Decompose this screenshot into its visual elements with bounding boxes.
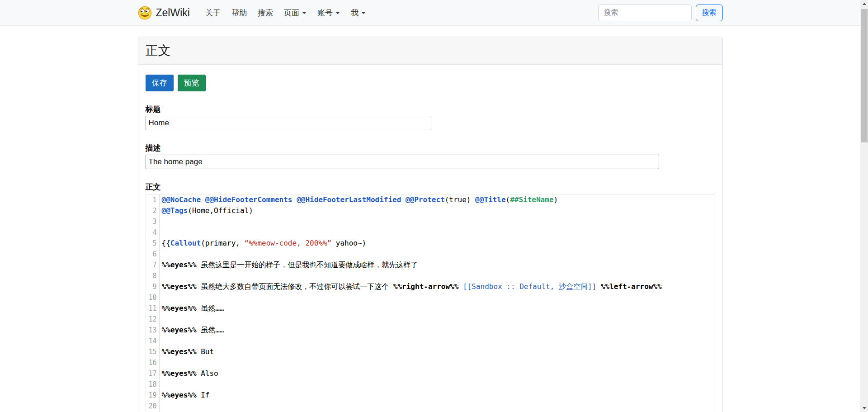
editor-line-content [160, 357, 162, 368]
editor-line-content [160, 249, 162, 260]
editor-line-number: 2 [146, 205, 160, 216]
editor-line-content: %%eyes%% 虽然绝大多数自带页面无法修改，不过你可以尝试一下这个 %%ri… [160, 281, 662, 292]
editor-line[interactable]: 18 [146, 379, 715, 390]
top-navbar: ZelWiki 关于 帮助 搜索 页面 账号 我 搜索 [0, 0, 860, 26]
editor-line[interactable]: 1@@NoCache @@HideFooterComments @@HideFo… [146, 194, 715, 205]
search-input[interactable] [598, 5, 692, 21]
editor-line-number: 8 [146, 270, 160, 281]
editor-line-content: %%eyes%% If [160, 390, 210, 401]
nav-dropdown-me[interactable]: 我 [345, 4, 371, 22]
editor-line-number: 19 [146, 390, 160, 401]
editor-line[interactable]: 10 [146, 292, 715, 303]
editor-line-number: 18 [146, 379, 160, 390]
nav-item-help[interactable]: 帮助 [226, 4, 252, 22]
preview-button[interactable]: 预览 [178, 75, 206, 91]
editor-line-number: 1 [146, 194, 160, 205]
editor-line-content: {{Callout(primary, “%%meow-code, 200%%” … [160, 238, 367, 249]
editor-line-number: 13 [146, 325, 160, 336]
editor-line[interactable]: 5{{Callout(primary, “%%meow-code, 200%%”… [146, 238, 715, 249]
editor-line[interactable]: 7%%eyes%% 虽然这里是一开始的样子，但是我也不知道要做成啥样，就先这样了 [146, 260, 715, 270]
editor-line-number: 5 [146, 238, 160, 249]
search-button[interactable]: 搜索 [696, 5, 723, 21]
editor-line[interactable]: 4 [146, 227, 715, 238]
editor-line[interactable]: 19%%eyes%% If [146, 390, 715, 401]
editor-line-number: 6 [146, 249, 160, 260]
title-field-label: 标题 [146, 104, 715, 114]
editor-line-content: %%eyes%% 虽然这里是一开始的样子，但是我也不知道要做成啥样，就先这样了 [160, 260, 418, 270]
page: ZelWiki 关于 帮助 搜索 页面 账号 我 搜索 正文 保存 预览 [0, 0, 860, 412]
editor-line[interactable]: 9%%eyes%% 虽然绝大多数自带页面无法修改，不过你可以尝试一下这个 %%r… [146, 281, 715, 292]
smiley-face-icon [138, 6, 152, 20]
nav-item-label: 帮助 [231, 8, 247, 18]
editor-line-number: 15 [146, 346, 160, 357]
editor-line-number: 14 [146, 336, 160, 346]
nav-item-label: 关于 [205, 8, 221, 18]
editor-line-content [160, 401, 162, 412]
editor-line-content [160, 227, 162, 238]
wiki-source-editor[interactable]: 1@@NoCache @@HideFooterComments @@HideFo… [146, 194, 715, 412]
nav-item-label: 我 [351, 8, 359, 18]
editor-line[interactable]: 17%%eyes%% Also [146, 368, 715, 379]
editor-line-content [160, 379, 162, 390]
editor-line-number: 7 [146, 260, 160, 270]
editor-line-number: 20 [146, 401, 160, 412]
title-input[interactable] [146, 116, 431, 130]
dropdown-caret-icon [361, 12, 366, 14]
editor-line[interactable]: 3 [146, 216, 715, 227]
nav-item-search[interactable]: 搜索 [252, 4, 278, 22]
editor-line-number: 9 [146, 281, 160, 292]
scrollbar-thumb[interactable] [861, 9, 868, 142]
editor-line-content [160, 336, 162, 346]
nav-item-label: 页面 [284, 8, 299, 18]
editor-line-content [160, 292, 162, 303]
editor-line[interactable]: 16 [146, 357, 715, 368]
brand-link[interactable]: ZelWiki [138, 6, 190, 20]
editor-line-content: %%eyes%% 虽然…… [160, 325, 224, 336]
editor-line-number: 11 [146, 303, 160, 314]
editor-line[interactable]: 6 [146, 249, 715, 260]
editor-line[interactable]: 8 [146, 270, 715, 281]
editor-line-number: 17 [146, 368, 160, 379]
scroll-down-button[interactable] [860, 404, 868, 412]
editor-line-number: 12 [146, 314, 160, 325]
brand-name: ZelWiki [156, 7, 190, 19]
editor-line[interactable]: 20 [146, 401, 715, 412]
editor-line-content: %%eyes%% 虽然…… [160, 303, 224, 314]
editor-line-content [160, 270, 162, 281]
editor-line[interactable]: 13%%eyes%% 虽然…… [146, 325, 715, 336]
nav-item-label: 账号 [317, 8, 333, 18]
dropdown-caret-icon [302, 12, 307, 14]
editor-line[interactable]: 15%%eyes%% But [146, 346, 715, 357]
description-field-label: 描述 [146, 143, 715, 153]
editor-card: 正文 保存 预览 标题 描述 正文 1@@NoCache @@HideFoote… [138, 37, 723, 412]
editor-line[interactable]: 12 [146, 314, 715, 325]
navbar-search-form: 搜索 [598, 5, 723, 21]
editor-line[interactable]: 11%%eyes%% 虽然…… [146, 303, 715, 314]
scroll-up-button[interactable] [860, 0, 868, 8]
description-input[interactable] [146, 155, 659, 169]
editor-line[interactable]: 2@@Tags(Home,Official) [146, 205, 715, 216]
nav-item-label: 搜索 [258, 8, 273, 18]
nav-dropdown-account[interactable]: 账号 [312, 4, 345, 22]
body-field-label: 正文 [146, 182, 715, 192]
editor-line-number: 10 [146, 292, 160, 303]
save-button[interactable]: 保存 [146, 75, 174, 91]
editor-line-number: 3 [146, 216, 160, 227]
editor-line-content: %%eyes%% But [160, 346, 214, 357]
scroll-up-icon [863, 3, 866, 5]
editor-line-content: %%eyes%% Also [160, 368, 218, 379]
dropdown-caret-icon [335, 12, 340, 14]
nav-item-about[interactable]: 关于 [200, 4, 226, 22]
editor-line-content [160, 216, 162, 227]
editor-line-content: @@Tags(Home,Official) [160, 205, 253, 216]
nav-dropdown-pages[interactable]: 页面 [278, 4, 312, 22]
nav-menu: 关于 帮助 搜索 页面 账号 我 [200, 4, 371, 22]
editor-line-number: 4 [146, 227, 160, 238]
editor-line-content: @@NoCache @@HideFooterComments @@HideFoo… [160, 194, 558, 205]
editor-line-number: 16 [146, 357, 160, 368]
vertical-scrollbar[interactable] [860, 0, 868, 412]
editor-line-content [160, 314, 162, 325]
scroll-down-icon [863, 407, 866, 409]
editor-line[interactable]: 14 [146, 336, 715, 346]
card-title: 正文 [138, 37, 722, 65]
